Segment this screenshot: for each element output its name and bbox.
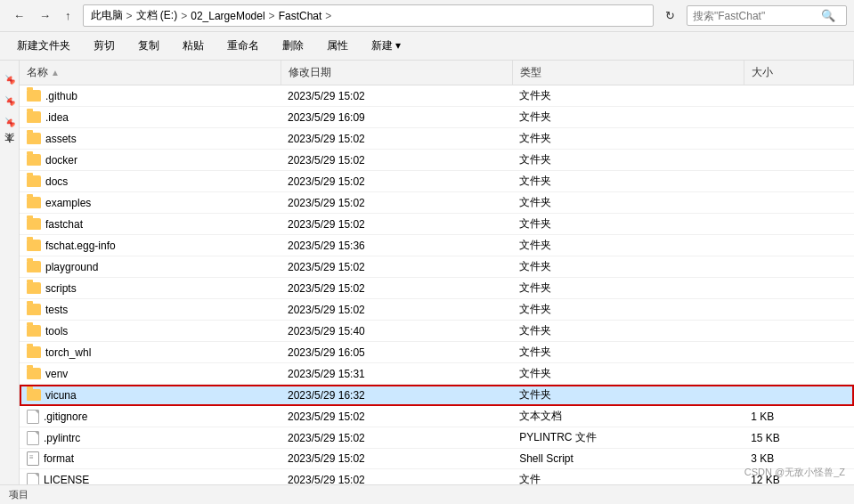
cell-name: tests (20, 299, 281, 321)
cell-modified: 2023/5/29 15:02 (281, 449, 512, 469)
table-row[interactable]: docs 2023/5/29 15:02 文件夹 (20, 171, 854, 192)
col-type[interactable]: 类型 (512, 61, 744, 85)
nav-buttons: ← → ↑ (7, 5, 77, 26)
cell-name: playground (20, 256, 281, 278)
table-row[interactable]: .github 2023/5/29 15:02 文件夹 (20, 85, 854, 107)
up-button[interactable]: ↑ (59, 5, 77, 26)
table-row[interactable]: vicuna 2023/5/29 16:32 文件夹 (20, 385, 854, 406)
cell-type: 文件夹 (512, 107, 744, 128)
folder-icon (27, 197, 41, 208)
cell-name: fschat.egg-info (20, 235, 281, 256)
table-row[interactable]: format 2023/5/29 15:02 Shell Script 3 KB (20, 449, 854, 469)
cell-modified: 2023/5/29 15:02 (281, 128, 512, 150)
cell-size (744, 107, 853, 128)
folder-icon (27, 218, 41, 230)
file-name: .gitignore (44, 411, 87, 423)
col-modified[interactable]: 修改日期 (281, 61, 512, 85)
pin-icon-3[interactable]: 📌 (4, 117, 14, 127)
file-name: .pylintrc (44, 432, 80, 444)
paste-button[interactable]: 粘贴 (173, 35, 214, 57)
cell-modified: 2023/5/29 16:32 (281, 385, 512, 406)
table-row[interactable]: scripts 2023/5/29 15:02 文件夹 (20, 278, 854, 299)
cell-size (744, 235, 853, 256)
cell-type: 文件夹 (512, 171, 744, 192)
breadcrumb-pc[interactable]: 此电脑 (91, 8, 123, 23)
cell-name: .pylintrc (20, 427, 281, 449)
cell-name: .github (20, 85, 281, 107)
cell-name: docs (20, 171, 281, 192)
refresh-button[interactable]: ↻ (659, 5, 681, 26)
cell-size (744, 214, 853, 235)
pin-icon-2[interactable]: 📌 (4, 95, 14, 106)
table-row[interactable]: torch_whl 2023/5/29 16:05 文件夹 (20, 342, 854, 363)
cell-modified: 2023/5/29 16:05 (281, 342, 512, 363)
col-size[interactable]: 大小 (744, 61, 853, 85)
file-name: .github (45, 90, 77, 102)
table-row[interactable]: .idea 2023/5/29 16:09 文件夹 (20, 107, 854, 128)
newfolder-button[interactable]: 新建文件夹 (7, 35, 80, 57)
table-row[interactable]: fschat.egg-info 2023/5/29 15:36 文件夹 (20, 235, 854, 256)
table-row[interactable]: tests 2023/5/29 15:02 文件夹 (20, 299, 854, 321)
back-button[interactable]: ← (7, 5, 31, 26)
cell-modified: 2023/5/29 15:40 (281, 321, 512, 342)
file-name: playground (45, 261, 98, 273)
file-name: tools (45, 325, 68, 337)
table-row[interactable]: .gitignore 2023/5/29 15:02 文本文档 1 KB (20, 406, 854, 427)
cell-type: 文件夹 (512, 299, 744, 321)
file-name: venv (45, 368, 68, 380)
search-input[interactable] (693, 10, 817, 22)
cell-type: Shell Script (512, 449, 744, 469)
copy-button[interactable]: 复制 (128, 35, 169, 57)
table-row[interactable]: docker 2023/5/29 15:02 文件夹 (20, 150, 854, 171)
toolbar: 新建文件夹 剪切 复制 粘贴 重命名 删除 属性 新建 ▾ (0, 32, 854, 61)
file-area[interactable]: 名称▲ 修改日期 类型 大小 .github 2023/5/29 15:02 文… (20, 61, 854, 484)
forward-button[interactable]: → (33, 5, 57, 26)
cell-name: assets (20, 128, 281, 150)
search-icon[interactable]: 🔍 (821, 9, 835, 22)
breadcrumb-fastchat[interactable]: FastChat (279, 10, 322, 22)
cell-modified: 2023/5/29 15:02 (281, 256, 512, 278)
col-name[interactable]: 名称▲ (20, 61, 281, 85)
table-row[interactable]: examples 2023/5/29 15:02 文件夹 (20, 192, 854, 214)
cell-size (744, 342, 853, 363)
cell-type: 文件 (512, 469, 744, 485)
table-header: 名称▲ 修改日期 类型 大小 (20, 61, 854, 85)
breadcrumb: 此电脑 > 文档 (E:) > 02_LargeModel > FastChat… (83, 4, 655, 27)
cell-name: tools (20, 321, 281, 342)
cell-name: scripts (20, 278, 281, 299)
table-row[interactable]: venv 2023/5/29 15:31 文件夹 (20, 363, 854, 385)
rename-button[interactable]: 重命名 (217, 35, 269, 57)
table-row[interactable]: assets 2023/5/29 15:02 文件夹 (20, 128, 854, 150)
cell-modified: 2023/5/29 15:02 (281, 214, 512, 235)
cell-type: 文件夹 (512, 321, 744, 342)
properties-button[interactable]: 属性 (317, 35, 358, 57)
cell-type: 文件夹 (512, 235, 744, 256)
table-row[interactable]: LICENSE 2023/5/29 15:02 文件 12 KB (20, 469, 854, 485)
table-row[interactable]: playground 2023/5/29 15:02 文件夹 (20, 256, 854, 278)
file-name: LICENSE (44, 474, 89, 485)
cut-button[interactable]: 剪切 (84, 35, 125, 57)
cell-size (744, 278, 853, 299)
folder-icon (27, 325, 41, 337)
file-name: tests (45, 304, 68, 316)
cell-name: docker (20, 150, 281, 171)
breadcrumb-largemodel[interactable]: 02_LargeModel (191, 10, 264, 22)
table-row[interactable]: tools 2023/5/29 15:40 文件夹 (20, 321, 854, 342)
cell-type: 文件夹 (512, 342, 744, 363)
watermark: CSDN @无敌小怪兽_Z (744, 466, 845, 479)
cell-modified: 2023/5/29 15:02 (281, 406, 512, 427)
table-row[interactable]: fastchat 2023/5/29 15:02 文件夹 (20, 214, 854, 235)
cell-modified: 2023/5/29 15:02 (281, 469, 512, 485)
folder-icon (27, 304, 41, 315)
cell-type: 文本文档 (512, 406, 744, 427)
cell-modified: 2023/5/29 15:02 (281, 150, 512, 171)
cell-name: examples (20, 192, 281, 214)
pin-icon[interactable]: 📌 (4, 74, 14, 85)
file-name: fastchat (45, 218, 83, 231)
cell-type: 文件夹 (512, 363, 744, 385)
new-button[interactable]: 新建 ▾ (362, 35, 411, 57)
cell-modified: 2023/5/29 15:02 (281, 192, 512, 214)
table-row[interactable]: .pylintrc 2023/5/29 15:02 PYLINTRC 文件 15… (20, 427, 854, 449)
delete-button[interactable]: 删除 (272, 35, 313, 57)
breadcrumb-drive[interactable]: 文档 (E:) (136, 8, 178, 23)
